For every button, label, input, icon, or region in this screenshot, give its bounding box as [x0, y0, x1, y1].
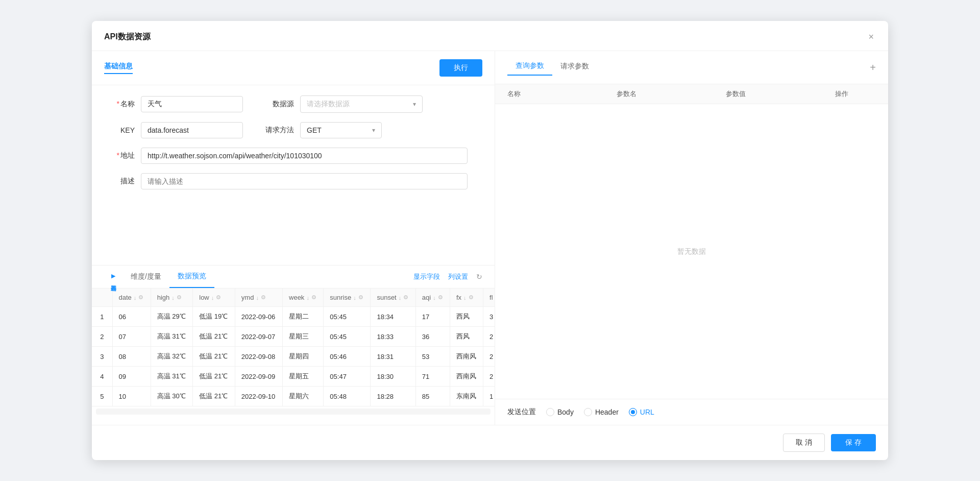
address-input[interactable]: [141, 148, 468, 164]
sort-aqi-icon[interactable]: ↓: [433, 295, 436, 301]
sort-week-icon[interactable]: ↓: [306, 295, 309, 301]
tab-request-params[interactable]: 请求参数: [552, 60, 597, 75]
setting-week-icon[interactable]: ⚙: [311, 294, 316, 301]
method-label: 请求方法: [263, 126, 294, 135]
right-panel: 查询参数 请求参数 + 名称 参数名 参数值 操作 暂无数据 发送位置 Body: [495, 51, 888, 425]
setting-sunrise-icon[interactable]: ⚙: [358, 294, 363, 301]
cell-date: 06: [112, 307, 151, 327]
setting-date-icon[interactable]: ⚙: [138, 294, 143, 301]
setting-high-icon[interactable]: ⚙: [177, 294, 182, 301]
desc-input[interactable]: [141, 173, 468, 189]
sort-high-icon[interactable]: ↓: [172, 295, 175, 301]
cell-week: 星期二: [283, 307, 324, 327]
th-index: [92, 288, 112, 307]
setting-ymd-icon[interactable]: ⚙: [261, 294, 266, 301]
setting-fx-icon[interactable]: ⚙: [469, 294, 474, 301]
save-button[interactable]: 保 存: [831, 434, 876, 451]
add-param-button[interactable]: +: [870, 62, 876, 73]
radio-label-url: URL: [640, 408, 654, 416]
radio-circle-body: [546, 408, 554, 416]
radio-label-body: Body: [557, 408, 574, 416]
dialog-body: 基础信息 执行 名称 数据源 请选择数据源 ▾: [92, 51, 888, 425]
name-label: 名称: [104, 100, 135, 109]
bottom-section: ▶ 筛选器列表 维度/度量 数据预览 显示字段 列设置 ↻: [92, 265, 495, 425]
close-button[interactable]: ×: [866, 30, 876, 43]
cell-week: 星期六: [283, 387, 324, 406]
sort-sunrise-icon[interactable]: ↓: [353, 295, 356, 301]
method-select[interactable]: GET ▾: [300, 122, 382, 138]
radio-url[interactable]: URL: [629, 408, 654, 416]
radio-body[interactable]: Body: [546, 408, 574, 416]
sort-fx-icon[interactable]: ↓: [463, 295, 467, 301]
cell-low: 低温 21℃: [193, 327, 235, 347]
th-date: date ↓ ⚙: [112, 288, 151, 307]
left-panel: 基础信息 执行 名称 数据源 请选择数据源 ▾: [92, 51, 495, 425]
radio-circle-url: [629, 408, 637, 416]
cell-index: 4: [92, 367, 112, 387]
datasource-select[interactable]: 请选择数据源 ▾: [300, 95, 423, 113]
cell-fl: 1: [483, 387, 495, 406]
cell-ymd: 2022-09-07: [235, 327, 282, 347]
cell-index: 5: [92, 387, 112, 406]
radio-group: Body Header URL: [546, 408, 654, 416]
cell-low: 低温 21℃: [193, 387, 235, 406]
execute-button[interactable]: 执行: [439, 59, 482, 77]
bottom-tab-actions: 显示字段 列设置 ↻: [413, 272, 482, 281]
table-row: 1 06 高温 29℃ 低温 19℃ 2022-09-06 星期二 05:45 …: [92, 307, 495, 327]
tab-preview[interactable]: 数据预览: [169, 266, 214, 288]
cell-date: 08: [112, 347, 151, 367]
tab-query-params[interactable]: 查询参数: [507, 59, 552, 76]
col-action-header: 操作: [835, 89, 876, 99]
cell-fx: 西南风: [450, 347, 483, 367]
key-label: KEY: [104, 126, 135, 134]
cell-week: 星期四: [283, 347, 324, 367]
cell-fx: 西风: [450, 327, 483, 347]
tab-basic[interactable]: 基础信息: [104, 62, 133, 74]
setting-sunset-icon[interactable]: ⚙: [403, 294, 408, 301]
th-fl: fl: [483, 288, 495, 307]
cell-sunset: 18:34: [371, 307, 415, 327]
cell-low: 低温 19℃: [193, 307, 235, 327]
sort-sunset-icon[interactable]: ↓: [399, 295, 402, 301]
filter-sidebar-toggle[interactable]: ▶ 筛选器列表: [111, 273, 116, 281]
cell-fx: 西风: [450, 307, 483, 327]
th-sunrise: sunrise ↓ ⚙: [324, 288, 371, 307]
cell-fl: 3: [483, 307, 495, 327]
cell-high: 高温 29℃: [151, 307, 193, 327]
cell-ymd: 2022-09-08: [235, 347, 282, 367]
send-position-label: 发送位置: [507, 407, 536, 417]
cell-week: 星期五: [283, 367, 324, 387]
cancel-button[interactable]: 取 消: [783, 434, 825, 452]
name-input[interactable]: [141, 96, 243, 112]
col-param-value-header: 参数值: [726, 89, 835, 99]
setting-aqi-icon[interactable]: ⚙: [438, 294, 443, 301]
sort-date-icon[interactable]: ↓: [134, 295, 137, 301]
col-settings-link[interactable]: 列设置: [448, 272, 468, 281]
tab-dimension[interactable]: 维度/度量: [122, 266, 169, 287]
radio-header[interactable]: Header: [584, 408, 619, 416]
cell-date: 07: [112, 327, 151, 347]
form-section: 名称 数据源 请选择数据源 ▾ KEY 请求方法: [92, 85, 495, 265]
cell-ymd: 2022-09-06: [235, 307, 282, 327]
cell-low: 低温 21℃: [193, 367, 235, 387]
key-input[interactable]: [141, 122, 243, 138]
radio-circle-header: [584, 408, 592, 416]
table-row: 3 08 高温 32℃ 低温 21℃ 2022-09-08 星期四 05:46 …: [92, 347, 495, 367]
refresh-icon[interactable]: ↻: [476, 273, 482, 281]
cell-high: 高温 30℃: [151, 387, 193, 406]
cell-high: 高温 31℃: [151, 367, 193, 387]
dialog-footer: 取 消 保 存: [92, 425, 888, 460]
cell-fx: 西南风: [450, 367, 483, 387]
th-aqi: aqi ↓ ⚙: [415, 288, 450, 307]
sort-low-icon[interactable]: ↓: [211, 295, 214, 301]
cell-sunrise: 05:45: [324, 307, 371, 327]
show-fields-link[interactable]: 显示字段: [413, 272, 440, 281]
table-row: 4 09 高温 31℃ 低温 21℃ 2022-09-09 星期五 05:47 …: [92, 367, 495, 387]
scrollbar-horizontal[interactable]: [96, 408, 491, 415]
sort-ymd-icon[interactable]: ↓: [256, 295, 259, 301]
col-name-header: 名称: [507, 89, 617, 99]
cell-sunrise: 05:48: [324, 387, 371, 406]
cell-fl: 2: [483, 347, 495, 367]
form-row-desc: 描述: [104, 173, 482, 189]
setting-low-icon[interactable]: ⚙: [216, 294, 221, 301]
